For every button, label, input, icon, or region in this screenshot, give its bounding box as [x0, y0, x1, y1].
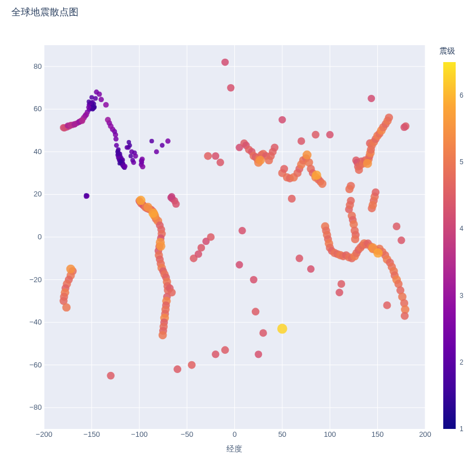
- earthquake-point[interactable]: [307, 265, 315, 273]
- svg-text:−200: −200: [36, 430, 52, 439]
- earthquake-point[interactable]: [212, 152, 219, 160]
- svg-text:150: 150: [372, 430, 384, 439]
- svg-text:200: 200: [419, 430, 431, 439]
- earthquake-point[interactable]: [93, 96, 98, 100]
- earthquake-point[interactable]: [252, 308, 260, 315]
- earthquake-point[interactable]: [256, 156, 265, 165]
- earthquake-point[interactable]: [298, 137, 305, 144]
- earthquake-point[interactable]: [318, 179, 326, 188]
- earthquake-point[interactable]: [66, 265, 75, 274]
- earthquake-point[interactable]: [156, 242, 165, 251]
- earthquake-point[interactable]: [119, 159, 123, 163]
- earthquake-point[interactable]: [79, 117, 85, 124]
- earthquake-point[interactable]: [103, 102, 109, 108]
- earthquake-point[interactable]: [280, 165, 288, 173]
- earthquake-point[interactable]: [250, 276, 257, 283]
- earthquake-point[interactable]: [168, 193, 175, 200]
- earthquake-point[interactable]: [143, 203, 152, 212]
- earthquake-point[interactable]: [98, 97, 104, 103]
- earthquake-point[interactable]: [221, 59, 229, 66]
- earthquake-point[interactable]: [160, 143, 164, 147]
- earthquake-point[interactable]: [165, 138, 171, 143]
- earthquake-point[interactable]: [347, 197, 355, 205]
- earthquake-point[interactable]: [398, 236, 405, 244]
- svg-text:−150: −150: [84, 430, 100, 439]
- earthquake-point[interactable]: [363, 159, 372, 168]
- earthquake-point[interactable]: [62, 303, 71, 312]
- earthquake-point[interactable]: [238, 227, 246, 234]
- earthquake-point[interactable]: [207, 233, 215, 241]
- earthquake-point[interactable]: [373, 248, 383, 258]
- plot-area[interactable]: [44, 45, 425, 429]
- earthquake-point[interactable]: [90, 107, 95, 112]
- earthquake-point[interactable]: [303, 151, 312, 160]
- earthquake-point[interactable]: [346, 185, 354, 194]
- earthquake-point[interactable]: [312, 131, 320, 139]
- earthquake-point[interactable]: [401, 312, 409, 320]
- earthquake-point[interactable]: [326, 131, 334, 138]
- earthquake-point[interactable]: [383, 301, 391, 309]
- colorbar-tick: 6: [460, 91, 464, 99]
- earthquake-point[interactable]: [173, 365, 181, 373]
- svg-text:−20: −20: [29, 275, 42, 284]
- earthquake-point[interactable]: [296, 255, 303, 262]
- earthquake-point[interactable]: [139, 158, 144, 163]
- earthquake-point[interactable]: [140, 164, 146, 170]
- earthquake-point[interactable]: [393, 222, 401, 230]
- earthquake-point[interactable]: [154, 149, 159, 154]
- earthquake-point[interactable]: [107, 372, 115, 380]
- earthquake-point[interactable]: [271, 143, 279, 151]
- earthquake-point[interactable]: [278, 116, 286, 124]
- colorbar-tick: 4: [460, 225, 464, 233]
- earthquake-point[interactable]: [150, 139, 154, 143]
- earthquake-point[interactable]: [368, 95, 375, 102]
- earthquake-point[interactable]: [86, 99, 91, 104]
- earthquake-point[interactable]: [129, 154, 133, 158]
- svg-text:−50: −50: [181, 430, 193, 439]
- earthquake-point[interactable]: [116, 152, 120, 156]
- svg-text:0: 0: [38, 233, 42, 241]
- earthquake-point[interactable]: [89, 95, 94, 100]
- earthquake-point[interactable]: [204, 152, 212, 160]
- earthquake-point[interactable]: [216, 159, 224, 166]
- earthquake-point[interactable]: [114, 143, 119, 148]
- earthquake-point[interactable]: [136, 196, 146, 205]
- earthquake-point[interactable]: [338, 280, 346, 288]
- earthquake-point[interactable]: [221, 346, 229, 354]
- chart-title: 全球地震散点图: [11, 6, 78, 19]
- earthquake-point[interactable]: [133, 154, 138, 159]
- earthquake-point[interactable]: [94, 90, 99, 95]
- colorbar-tick: 3: [460, 292, 464, 300]
- earthquake-point[interactable]: [259, 329, 267, 336]
- earthquake-point[interactable]: [198, 244, 205, 251]
- earthquake-point[interactable]: [227, 84, 234, 91]
- earthquake-point[interactable]: [123, 164, 128, 169]
- earthquake-point[interactable]: [385, 113, 393, 121]
- colorbar[interactable]: [443, 62, 456, 429]
- earthquake-point[interactable]: [351, 235, 360, 243]
- earthquake-point[interactable]: [369, 201, 377, 209]
- earthquake-point[interactable]: [128, 143, 132, 148]
- earthquake-point[interactable]: [84, 194, 88, 199]
- colorbar-tick: 1: [460, 425, 464, 433]
- earthquake-point[interactable]: [277, 324, 287, 334]
- earthquake-point[interactable]: [235, 261, 243, 269]
- earthquake-point[interactable]: [105, 117, 111, 122]
- colorbar-tick: 2: [460, 358, 464, 366]
- earthquake-point[interactable]: [335, 288, 343, 296]
- earthquake-point[interactable]: [400, 124, 408, 131]
- earthquake-point[interactable]: [255, 350, 262, 358]
- earthquake-point[interactable]: [130, 158, 135, 163]
- earthquake-point[interactable]: [288, 195, 296, 203]
- earthquake-point[interactable]: [159, 331, 167, 339]
- earthquake-point[interactable]: [212, 350, 219, 358]
- x-axis-label: 经度: [226, 444, 242, 453]
- earthquake-point[interactable]: [168, 288, 176, 296]
- svg-text:−80: −80: [29, 403, 42, 411]
- earthquake-point[interactable]: [312, 170, 321, 180]
- x-axis-label-wrap: 经度: [44, 444, 425, 455]
- svg-text:40: 40: [34, 147, 42, 156]
- earthquake-point[interactable]: [372, 189, 379, 196]
- earthquake-point[interactable]: [188, 361, 196, 369]
- earthquake-point[interactable]: [172, 200, 180, 208]
